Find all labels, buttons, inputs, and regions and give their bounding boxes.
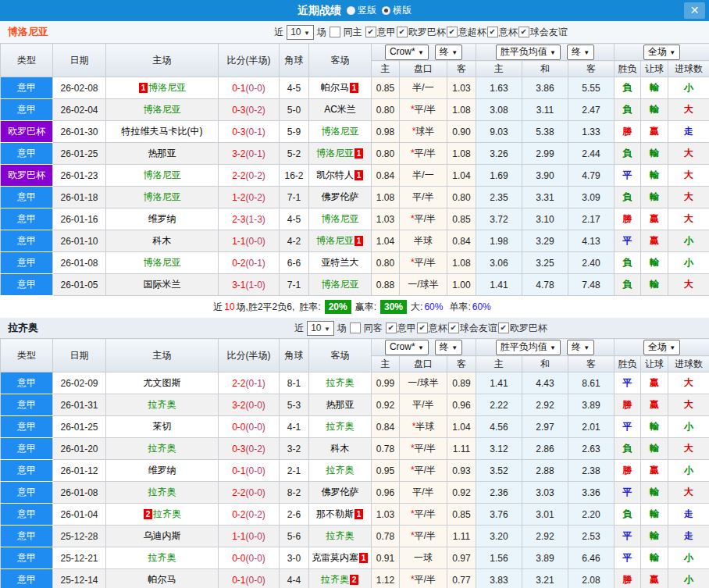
home-team-cell: 拉齐奥 xyxy=(106,438,219,460)
league-checkbox-label: 意杯 xyxy=(499,26,518,39)
handicap-line-cell: *平/半 xyxy=(400,252,447,274)
matches-tbody-0: 意甲26-02-081博洛尼亚0-1(0-0)4-5帕尔马10.85半/一1.0… xyxy=(1,77,709,296)
same-venue-checkbox[interactable] xyxy=(350,323,361,333)
result-char: 大 xyxy=(684,104,693,115)
avg-home-cell: 3.52 xyxy=(476,460,522,482)
result-char: 大 xyxy=(684,399,693,410)
odds-home-cell: 0.80 xyxy=(372,252,400,274)
result-char: 大 xyxy=(684,213,693,224)
fulltime-dropdown[interactable]: 全场 ▼ xyxy=(643,340,680,355)
league-checkbox[interactable]: ✔ xyxy=(365,27,376,37)
result-goals-cell: 小 xyxy=(668,460,709,482)
halftime-score: (0-0) xyxy=(246,553,265,564)
score-cell: 0-3(0-1) xyxy=(219,121,280,143)
close-icon[interactable]: ✕ xyxy=(684,2,705,19)
league-checkbox[interactable]: ✔ xyxy=(487,27,498,37)
halftime-score: (0-0) xyxy=(246,422,265,433)
odds-home-cell: 1.08 xyxy=(372,187,400,208)
league-checkbox[interactable]: ✔ xyxy=(447,27,458,37)
result-char: 走 xyxy=(684,530,693,541)
layout-radio-vertical[interactable]: 竖版 xyxy=(347,4,376,17)
away-team-cell: 拉齐奥 xyxy=(309,526,372,547)
league-checkbox[interactable]: ✔ xyxy=(498,323,509,333)
avg-home-cell: 3.12 xyxy=(476,438,522,460)
result-char: 輸 xyxy=(650,148,659,159)
result-goals-cell: 大 xyxy=(668,482,709,504)
odds-away-cell: 1.08 xyxy=(447,143,476,165)
section-team-name: 拉齐奥 xyxy=(8,321,141,335)
games-label: 场 xyxy=(317,26,326,39)
result-handicap-cell: 輸 xyxy=(641,165,668,187)
radio-icon-vertical[interactable] xyxy=(347,6,355,15)
score-cell: 1-1(0-0) xyxy=(219,526,280,547)
fulltime-dropdown[interactable]: 全场 ▼ xyxy=(643,45,680,60)
result-wdl-cell: 勝 xyxy=(615,121,641,143)
away-team-cell: 凯尔特人1 xyxy=(309,165,372,187)
bookmaker-dropdown[interactable]: Crow* ▼ xyxy=(385,340,429,355)
result-handicap-cell: 輸 xyxy=(641,187,668,208)
fulltime-score: 3-2 xyxy=(232,148,245,159)
radio-icon-horizontal[interactable] xyxy=(382,6,390,15)
home-team-name: 维罗纳 xyxy=(148,465,176,476)
match-row: 意甲25-12-28乌迪内斯1-1(0-0)5-6拉齐奥0.78*平/半1.11… xyxy=(1,526,709,547)
bookmaker-dropdown[interactable]: Crow* ▼ xyxy=(385,45,429,60)
col-odds-line: 盘口 xyxy=(400,356,447,372)
home-team-cell: 尤文图斯 xyxy=(106,372,219,394)
window-title: 近期战绩 xyxy=(297,4,341,18)
home-team-cell: 博洛尼亚 xyxy=(106,187,219,208)
avg-draw-cell: 2.92 xyxy=(522,526,568,547)
league-checkbox[interactable]: ✔ xyxy=(386,323,397,333)
league-checkbox[interactable]: ✔ xyxy=(518,27,529,37)
avg-away-cell: 7.48 xyxy=(568,274,615,296)
halftime-score: (0-1) xyxy=(246,378,265,389)
result-handicap-cell: 贏 xyxy=(641,394,668,416)
away-team-cell: 拉齐奥 xyxy=(309,372,372,394)
result-handicap-cell: 輸 xyxy=(641,504,668,526)
odds-home-cell: 0.98 xyxy=(372,121,400,143)
fulltime-score: 1-1 xyxy=(232,236,245,247)
match-row: 意甲26-02-081博洛尼亚0-1(0-0)4-5帕尔马10.85半/一1.0… xyxy=(1,77,709,99)
home-team-name: 拉齐奥 xyxy=(148,443,176,454)
league-checkbox-label: 意甲 xyxy=(397,322,416,335)
same-venue-checkbox[interactable] xyxy=(330,27,340,37)
score-cell: 0-2(0-1) xyxy=(219,252,280,274)
wdl-avg-dropdown[interactable]: 胜平负均值 ▼ xyxy=(496,45,561,60)
chevron-down-icon: ▼ xyxy=(324,326,330,333)
result-handicap-cell: 贏 xyxy=(641,208,668,230)
final-dropdown-2[interactable]: 终 ▼ xyxy=(567,340,594,355)
odds-home-cell: 1.12 xyxy=(372,569,400,588)
result-goals-cell: 小 xyxy=(668,230,709,252)
wdl-avg-dropdown[interactable]: 胜平负均值 ▼ xyxy=(496,340,561,355)
league-checkbox[interactable]: ✔ xyxy=(417,323,428,333)
fulltime-score: 3-1 xyxy=(232,280,245,290)
avg-home-cell: 3.20 xyxy=(476,526,522,547)
handicap-line: 平/半 xyxy=(415,104,436,115)
single-rate-value: 60% xyxy=(472,301,491,312)
handicap-line: 半/一 xyxy=(412,169,433,180)
match-row: 意甲26-01-25热那亚3-2(0-1)5-2博洛尼亚10.80*平/半1.0… xyxy=(1,143,709,165)
match-count-select[interactable]: 10 ▼ xyxy=(287,25,314,40)
avg-away-cell: 4.13 xyxy=(568,230,615,252)
handicap-line: 平/半 xyxy=(415,443,436,454)
final-dropdown-2[interactable]: 终 ▼ xyxy=(567,45,594,60)
league-checkbox[interactable]: ✔ xyxy=(448,323,459,333)
avg-away-cell: 2.63 xyxy=(568,438,615,460)
match-count-select[interactable]: 10 ▼ xyxy=(307,321,334,336)
result-char: 負 xyxy=(623,82,632,93)
date-cell: 26-01-25 xyxy=(53,143,106,165)
avg-home-cell: 4.56 xyxy=(476,416,522,438)
result-handicap-cell: 輸 xyxy=(641,252,668,274)
col-result-goals: 进球数 xyxy=(668,61,709,77)
result-char: 小 xyxy=(684,421,693,432)
final-dropdown-1[interactable]: 终 ▼ xyxy=(435,340,462,355)
league-checkbox[interactable]: ✔ xyxy=(397,27,408,37)
score-cell: 3-1(1-0) xyxy=(219,274,280,296)
away-team-cell: 拉齐奥 xyxy=(309,460,372,482)
league-filters-0: ✔意甲✔欧罗巴杯✔意超杯✔意杯✔球会友谊 xyxy=(365,26,568,39)
layout-radio-horizontal[interactable]: 横版 xyxy=(382,4,412,17)
avg-draw-cell: 3.21 xyxy=(522,569,568,588)
result-handicap-cell: 贏 xyxy=(641,230,668,252)
fulltime-score: 1-2 xyxy=(232,192,245,203)
halftime-score: (0-1) xyxy=(246,148,265,159)
final-dropdown-1[interactable]: 终 ▼ xyxy=(435,45,462,60)
